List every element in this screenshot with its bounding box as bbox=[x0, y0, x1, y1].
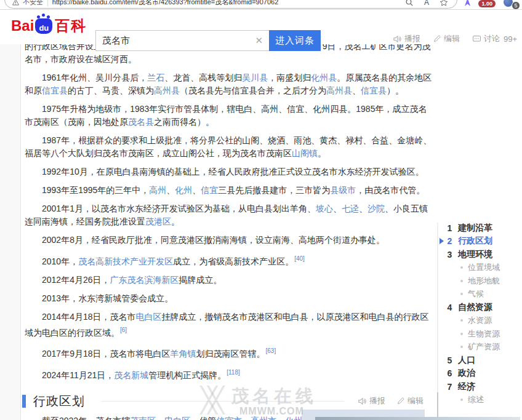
section-edit-button[interactable]: 编辑 bbox=[396, 395, 424, 406]
left-gutter bbox=[0, 9, 21, 420]
entity-link[interactable]: 电白区 bbox=[136, 312, 162, 322]
toc-item-气候[interactable]: 气候 bbox=[439, 288, 522, 301]
extension-money-badge[interactable]: 1.00 bbox=[478, 0, 496, 7]
search-area: 茂名市 ✕ 进入词条 bbox=[95, 30, 321, 51]
toc-item-经济[interactable]: 7经济 bbox=[439, 380, 522, 394]
header-actions: 播报 编辑 讨论99+ bbox=[393, 33, 517, 44]
comment-bubble-icon bbox=[472, 34, 481, 44]
toc-item-建制沿革[interactable]: 1建制沿革 bbox=[439, 221, 522, 235]
reference-marker[interactable]: [6] bbox=[120, 327, 127, 333]
entity-link[interactable]: 七迳 bbox=[342, 204, 359, 213]
paragraph-text: 1961年化州、吴川分县后， bbox=[42, 73, 147, 82]
toc-item-label: 生物资源 bbox=[468, 328, 500, 339]
toc-item-label: 政治 bbox=[458, 368, 475, 379]
entity-link[interactable]: 信宜县 bbox=[42, 85, 68, 95]
article-paragraph: 2010年，茂名高新技术产业开发区成立，为省级高新技术产业区。[40] bbox=[21, 252, 433, 268]
section-broadcast-button[interactable]: 播报 bbox=[358, 395, 385, 406]
reference-marker[interactable]: [118] bbox=[227, 369, 240, 376]
toc-item-人口[interactable]: 5人口 bbox=[439, 354, 522, 367]
toc-item-label: 水资源 bbox=[468, 315, 492, 326]
article-paragraph: 2024年11月21日，茂名新城管理机构正式揭牌。[118] bbox=[21, 366, 433, 382]
entity-link[interactable]: 山阁镇 bbox=[292, 148, 318, 158]
toc-item-label: 自然资源 bbox=[458, 302, 492, 313]
paragraph-text: 、 bbox=[276, 416, 285, 420]
paragraph-text: 2014年4月18日，茂名市 bbox=[42, 312, 136, 322]
paragraph-text: 2002年8月，经省民政厅批准，同意茂港区撤消南海镇，设立南海、高地两个街道办事… bbox=[42, 235, 385, 245]
article-paragraph: 1961年化州、吴川分县后，兰石、龙首、高栈等划归吴川县，南盛划归化州县。原属茂… bbox=[21, 71, 433, 97]
toc-item-地理环境[interactable]: 3地理环境 bbox=[439, 248, 522, 261]
toc-item-生物资源[interactable]: 生物资源 bbox=[439, 327, 522, 341]
entity-link[interactable]: 电白区 bbox=[164, 416, 190, 420]
toc-item-水资源[interactable]: 水资源 bbox=[439, 314, 522, 328]
paragraph-text: ，代管 bbox=[190, 416, 216, 420]
entity-link[interactable]: 信宜 bbox=[201, 185, 218, 195]
entity-link[interactable]: 高州县 bbox=[326, 85, 352, 95]
entity-link[interactable]: 吴川县 bbox=[242, 73, 268, 82]
entity-link[interactable]: 坡心 bbox=[316, 204, 333, 213]
entity-link[interactable]: 化州县 bbox=[311, 73, 337, 82]
paragraph-text: 、 bbox=[156, 416, 164, 420]
toc-scrollbar-thumb[interactable] bbox=[437, 392, 438, 420]
paragraph-text: 2010年， bbox=[42, 256, 78, 266]
baike-header: Bai du 百科 茂名市 ✕ 进入词条 播报 编辑 讨论99+ bbox=[0, 9, 522, 44]
entity-link[interactable]: 茂名新城 bbox=[114, 370, 148, 380]
speaker-icon bbox=[358, 397, 367, 406]
paragraph-text: 。 bbox=[318, 148, 326, 158]
entity-link[interactable]: 高州 bbox=[149, 185, 166, 195]
paragraph-text: 2012年4月26日， bbox=[42, 275, 110, 285]
entity-link[interactable]: 沙院 bbox=[367, 204, 385, 213]
entity-link[interactable]: 信宜县 bbox=[361, 85, 387, 95]
toc-item-自然资源[interactable]: 4自然资源 bbox=[439, 301, 522, 314]
entity-link[interactable]: 化州 bbox=[175, 185, 192, 195]
entity-link[interactable]: 茂名县 bbox=[128, 117, 154, 127]
address-bar[interactable]: 不安全 | https://baike.baidu.com/item/茂名市/4… bbox=[4, 0, 457, 9]
toc-bullet-dot bbox=[460, 319, 463, 322]
reference-marker[interactable]: [40] bbox=[294, 255, 305, 262]
toc-item-位置境域[interactable]: 位置境域 bbox=[439, 261, 522, 275]
toc-item-地形地貌[interactable]: 地形地貌 bbox=[439, 274, 522, 288]
entity-link[interactable]: 茂港区 bbox=[145, 216, 171, 226]
page-url[interactable]: https://baike.baidu.com/item/茂名市/426393?… bbox=[52, 0, 278, 7]
entity-link[interactable]: 高州市 bbox=[251, 416, 276, 420]
toc-item-综述[interactable]: 综述 bbox=[439, 394, 522, 407]
enter-entry-button[interactable]: 进入词条 bbox=[269, 30, 321, 51]
search-input[interactable]: 茂名市 ✕ bbox=[95, 30, 269, 51]
bookmark-star-icon[interactable] bbox=[440, 0, 448, 7]
cursor-extension-icon[interactable] bbox=[464, 0, 472, 6]
entity-link[interactable]: 县级市 bbox=[330, 185, 356, 195]
entity-link[interactable]: 羊角镇 bbox=[171, 349, 196, 359]
toc-item-政治[interactable]: 6政治 bbox=[439, 367, 522, 381]
toc-item-label: 经济 bbox=[458, 381, 475, 392]
baidu-baike-logo[interactable]: Bai du 百科 bbox=[11, 18, 87, 34]
broadcast-button[interactable]: 播报 bbox=[393, 33, 420, 44]
entity-link[interactable]: 信宜市 bbox=[216, 416, 242, 420]
security-label[interactable]: 不安全 bbox=[23, 0, 43, 7]
toc-bullet-dot bbox=[460, 266, 463, 269]
article-body: 的行政区域合并设立高州县，化县、吴川二县的行政区域合并设立化州县。5月9日，茂名… bbox=[21, 44, 437, 420]
entity-link[interactable]: 广东茂名滨海新区 bbox=[110, 275, 179, 285]
address-bar-content: 不安全 | https://baike.baidu.com/item/茂名市/4… bbox=[12, 0, 405, 7]
edit-button[interactable]: 编辑 bbox=[433, 33, 460, 44]
paragraph-text: （茂名县先与信宜县合并，之后才分为 bbox=[180, 85, 326, 95]
toc-item-label: 位置境域 bbox=[468, 262, 500, 273]
paragraph-text: 1987年，根据群众的要求和上级批准，将分界公社的山阁、烧酒、雨池、黄杰、禄村、… bbox=[25, 135, 432, 158]
paragraph-text: 、 bbox=[242, 416, 251, 420]
discuss-button[interactable]: 讨论99+ bbox=[472, 33, 517, 44]
entity-link[interactable]: 茂南区 bbox=[130, 416, 156, 420]
article-paragraph: 2013年，水东湾新城管委会成立。 bbox=[21, 292, 433, 305]
extension-count-badge[interactable]: 5 bbox=[512, 1, 520, 10]
search-icon[interactable] bbox=[405, 0, 414, 7]
toc-item-行政区划[interactable]: 2行政区划 bbox=[439, 235, 522, 248]
toc-item-label: 矿产资源 bbox=[468, 341, 500, 352]
toc-item-矿产资源[interactable]: 矿产资源 bbox=[439, 341, 522, 354]
paragraph-text: 1993年至1995年的三年中， bbox=[42, 185, 149, 195]
article-paragraph: 2014年4月18日，茂名市电白区挂牌成立，撤销茂名市茂港区和电白县，以原茂港区… bbox=[21, 311, 433, 339]
font-size-icon[interactable]: A bbox=[424, 0, 429, 6]
entity-link[interactable]: 兰石 bbox=[147, 73, 164, 82]
entity-link[interactable]: 茂名高新技术产业开发区 bbox=[78, 256, 173, 266]
entity-link[interactable]: 高州县 bbox=[154, 85, 180, 95]
clear-search-icon[interactable]: ✕ bbox=[255, 35, 263, 46]
reference-marker[interactable]: [63] bbox=[266, 347, 276, 354]
toc-item-number: 3 bbox=[447, 250, 452, 260]
toc-item-number: 5 bbox=[447, 355, 452, 365]
